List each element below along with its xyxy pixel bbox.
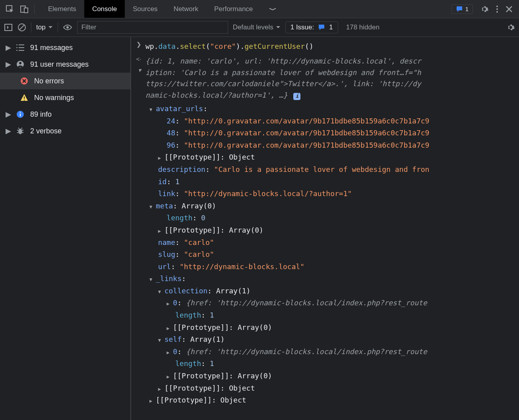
issues-badge[interactable]: 1: [451, 4, 473, 14]
svg-rect-16: [20, 112, 21, 113]
svg-rect-2: [24, 8, 28, 13]
hidden-messages-label[interactable]: 178 hidden: [346, 23, 380, 31]
tab-console[interactable]: Console: [84, 0, 125, 18]
tab-sources[interactable]: Sources: [125, 0, 165, 18]
info-icon: [16, 110, 25, 119]
live-expression-icon[interactable]: [63, 24, 72, 31]
tab-elements[interactable]: Elements: [40, 0, 84, 18]
console-sidebar: ▶ 91 messages ▶ 91 user messages No erro…: [0, 37, 131, 420]
svg-point-8: [66, 26, 69, 29]
input-chevron-icon: ❯: [135, 41, 142, 48]
tab-performance[interactable]: Performance: [206, 0, 261, 18]
device-toolbar-icon[interactable]: [20, 5, 29, 13]
svg-rect-12: [24, 96, 25, 99]
inspect-element-icon[interactable]: [6, 5, 14, 13]
info-pill-icon[interactable]: i: [293, 93, 300, 100]
close-icon[interactable]: [505, 6, 513, 13]
sidebar-toggle-icon[interactable]: [4, 23, 13, 32]
svg-point-4: [496, 8, 498, 10]
execution-context-selector[interactable]: top: [36, 23, 53, 31]
panel-tabs: Elements Console Sources Network Perform…: [40, 0, 285, 18]
bug-icon: [16, 127, 25, 135]
sidebar-item-verbose[interactable]: ▶ 2 verbose: [0, 123, 130, 139]
output-chevron-icon: <·: [135, 56, 142, 62]
sidebar-item-warnings[interactable]: No warnings: [0, 89, 130, 106]
svg-rect-15: [20, 114, 21, 116]
svg-rect-13: [24, 100, 25, 100]
svg-point-3: [496, 6, 498, 7]
warning-icon: [20, 93, 29, 102]
svg-point-17: [18, 129, 22, 134]
sidebar-item-messages[interactable]: ▶ 91 messages: [0, 39, 130, 56]
svg-point-10: [19, 62, 21, 64]
console-toolbar: top Default levels 1 Issue: 1 178 hidden: [0, 18, 519, 37]
more-icon[interactable]: [496, 5, 498, 13]
settings-icon[interactable]: [480, 5, 489, 13]
log-levels-selector[interactable]: Default levels: [233, 23, 281, 31]
message-icon: [456, 6, 463, 13]
error-icon: [20, 77, 29, 85]
filter-input[interactable]: [77, 21, 228, 34]
console-input-echo[interactable]: ❯ wp.data.select("core").getCurrentUser(…: [131, 39, 519, 54]
list-icon: [16, 43, 25, 52]
tab-overflow[interactable]: [261, 0, 285, 18]
object-tree[interactable]: ▼avatar_urls: 24: "http://0.gravatar.com…: [131, 103, 519, 407]
issues-count: 1: [465, 6, 469, 12]
console-output: ❯ wp.data.select("core").getCurrentUser(…: [131, 37, 519, 420]
tab-network[interactable]: Network: [166, 0, 206, 18]
svg-point-5: [496, 11, 498, 13]
clear-console-icon[interactable]: [17, 23, 26, 32]
console-result-summary[interactable]: <· ▼ {id: 1, name: 'carlo', url: 'http:/…: [131, 54, 519, 103]
sidebar-item-user-messages[interactable]: ▶ 91 user messages: [0, 56, 130, 73]
console-input-code: wp.data.select("core").getCurrentUser(): [145, 41, 314, 52]
chevron-down-icon: [276, 26, 281, 29]
console-settings-icon[interactable]: [506, 23, 515, 32]
devtools-topbar: Elements Console Sources Network Perform…: [0, 0, 519, 18]
user-icon: [16, 60, 25, 69]
sidebar-item-errors[interactable]: No errors: [0, 73, 130, 89]
message-icon: [318, 24, 325, 31]
issues-summary[interactable]: 1 Issue: 1: [285, 21, 338, 33]
sidebar-item-info[interactable]: ▶ 89 info: [0, 106, 130, 123]
chevron-down-icon: [48, 26, 53, 29]
